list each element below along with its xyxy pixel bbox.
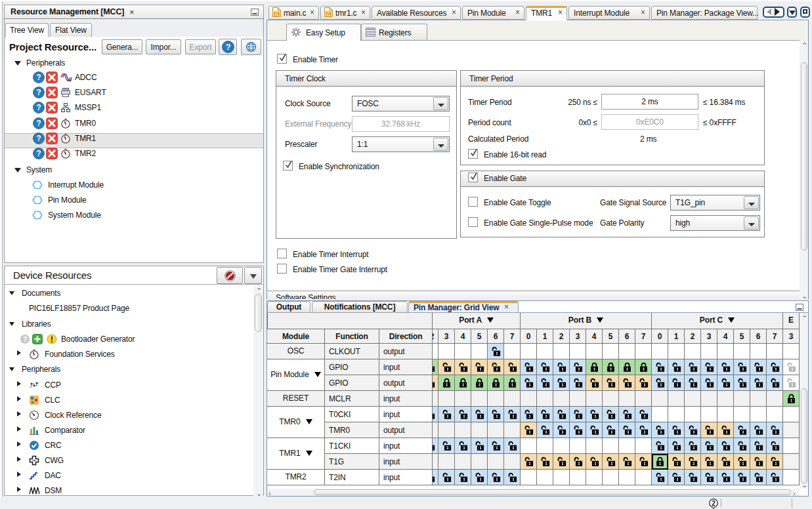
svg-text:C: C (275, 11, 279, 17)
svg-text:?: ? (23, 336, 27, 343)
svg-text:C: C (327, 11, 331, 17)
svg-text:2: 2 (712, 500, 716, 507)
